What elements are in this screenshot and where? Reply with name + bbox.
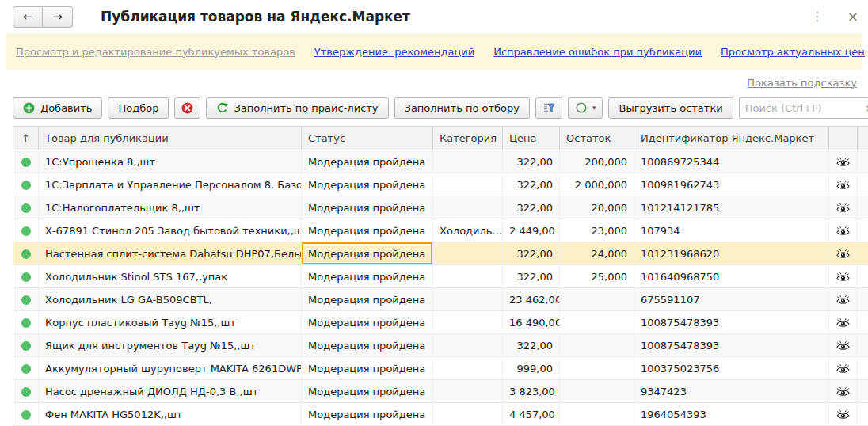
table-row[interactable]: Ящик для инструментов Тауg №15,,шт Модер… <box>13 334 868 357</box>
stock-cell[interactable]: 23,000 <box>560 219 634 242</box>
table-row[interactable]: Холодильник LG GA-B509CBTL, Модерация пр… <box>13 288 868 311</box>
visibility-cell[interactable] <box>829 403 858 426</box>
category-cell[interactable] <box>433 334 503 357</box>
market-id-cell[interactable]: 100869725344 <box>634 150 829 173</box>
table-row[interactable]: Х-67891 Стинол 205 Завод бытовой техники… <box>13 219 868 242</box>
price-cell[interactable]: 4 457,00 <box>503 403 560 426</box>
visibility-cell[interactable] <box>829 380 858 403</box>
delete-button[interactable] <box>174 97 200 119</box>
search-input[interactable] <box>740 102 860 114</box>
status-cell[interactable]: Модерация пройдена <box>302 219 433 242</box>
add-button[interactable]: Добавить <box>13 97 102 119</box>
stock-cell[interactable] <box>560 357 634 380</box>
upload-stock-button[interactable]: Выгрузить остатки <box>608 97 733 119</box>
visibility-cell[interactable] <box>829 288 858 311</box>
status-cell[interactable]: Модерация пройдена <box>302 242 433 265</box>
market-id-cell[interactable]: 107934 <box>634 219 829 242</box>
category-cell[interactable] <box>433 173 503 196</box>
category-cell[interactable] <box>433 403 503 426</box>
header-stock[interactable]: Остаток <box>560 127 634 150</box>
header-market-id[interactable]: Идентификатор Яндекс.Маркет <box>634 127 829 150</box>
status-filter-dropdown[interactable]: ▾ <box>568 97 603 119</box>
table-row[interactable]: Корпус пластиковый Тауg №15,,шт Модераци… <box>13 311 868 334</box>
close-icon[interactable]: × <box>847 10 858 24</box>
visibility-cell[interactable] <box>829 150 858 173</box>
nav-link-view-prices[interactable]: Просмотр актуальных цен <box>721 46 865 58</box>
status-cell[interactable]: Модерация пройдена <box>302 357 433 380</box>
visibility-cell[interactable] <box>829 173 858 196</box>
product-cell[interactable]: Аккумуляторный шуруповерт MAKITA 6261DWP… <box>39 357 302 380</box>
product-cell[interactable]: Настенная сплит-система Dahatsu DHP07,Бе… <box>39 242 302 265</box>
product-cell[interactable]: 1С:Налогоплательщик 8,,шт <box>39 196 302 219</box>
table-row[interactable]: Насос дренажный ДИОЛД НД-0,3 В,,шт Модер… <box>13 380 868 403</box>
visibility-cell[interactable] <box>829 265 858 288</box>
search-clear-icon[interactable]: × <box>860 102 868 114</box>
category-cell[interactable] <box>433 242 503 265</box>
product-cell[interactable]: 1С:Упрощенка 8,,шт <box>39 150 302 173</box>
product-cell[interactable]: 1С:Зарплата и Управление Персоналом 8. Б… <box>39 173 302 196</box>
stock-cell[interactable]: 20,000 <box>560 196 634 219</box>
header-product[interactable]: Товар для публикации <box>39 127 302 150</box>
product-cell[interactable]: Холодильник LG GA-B509CBTL, <box>39 288 302 311</box>
market-id-cell[interactable]: 9347423 <box>634 380 829 403</box>
category-cell[interactable] <box>433 311 503 334</box>
nav-link-view-edit[interactable]: Просмотр и редактирование публикуемых то… <box>16 46 295 58</box>
nav-link-approve-recommendations[interactable]: Утверждение рекомендаций <box>314 46 474 58</box>
status-cell[interactable]: Модерация пройдена <box>302 288 433 311</box>
stock-cell[interactable] <box>560 311 634 334</box>
nav-link-fix-errors[interactable]: Исправление ошибок при публикации <box>493 46 702 58</box>
category-cell[interactable] <box>433 288 503 311</box>
category-cell[interactable] <box>433 265 503 288</box>
table-row[interactable]: Фен MAKITA HG5012K,,шт Модерация пройден… <box>13 403 868 426</box>
market-id-cell[interactable]: 101231968620 <box>634 242 829 265</box>
status-cell[interactable]: Модерация пройдена <box>302 311 433 334</box>
market-id-cell[interactable]: 100875478393 <box>634 334 829 357</box>
price-cell[interactable]: 322,00 <box>503 334 560 357</box>
market-id-cell[interactable]: 100375023756 <box>634 357 829 380</box>
product-cell[interactable]: Холодильник Stinol STS 167,,упак <box>39 265 302 288</box>
table-row[interactable]: 1С:Зарплата и Управление Персоналом 8. Б… <box>13 173 868 196</box>
forward-button[interactable]: → <box>43 6 73 28</box>
visibility-cell[interactable] <box>829 219 858 242</box>
back-button[interactable]: ← <box>13 6 43 28</box>
market-id-cell[interactable]: 100981962743 <box>634 173 829 196</box>
category-cell[interactable] <box>433 357 503 380</box>
market-id-cell[interactable]: 101640968750 <box>634 265 829 288</box>
header-status[interactable]: Статус <box>302 127 433 150</box>
price-cell[interactable]: 322,00 <box>503 173 560 196</box>
status-cell[interactable]: Модерация пройдена <box>302 196 433 219</box>
stock-cell[interactable]: 24,000 <box>560 242 634 265</box>
market-id-cell[interactable]: 100875478393 <box>634 311 829 334</box>
visibility-cell[interactable] <box>829 334 858 357</box>
show-hint-link[interactable]: Показать подсказку <box>747 77 857 89</box>
category-cell[interactable] <box>433 150 503 173</box>
price-cell[interactable]: 2 449,00 <box>503 219 560 242</box>
fill-by-selection-button[interactable]: Заполнить по отбору <box>394 97 530 119</box>
stock-cell[interactable] <box>560 334 634 357</box>
stock-cell[interactable]: 25,000 <box>560 265 634 288</box>
status-cell[interactable]: Модерация пройдена <box>302 173 433 196</box>
header-category[interactable]: Категория <box>433 127 503 150</box>
price-cell[interactable]: 3 823,00 <box>503 380 560 403</box>
product-cell[interactable]: Х-67891 Стинол 205 Завод бытовой техники… <box>39 219 302 242</box>
price-cell[interactable]: 999,00 <box>503 357 560 380</box>
market-id-cell[interactable]: 1964054393 <box>634 403 829 426</box>
table-row[interactable]: Холодильник Stinol STS 167,,упак Модерац… <box>13 265 868 288</box>
fill-by-pricelist-button[interactable]: Заполнить по прайс-листу <box>206 97 388 119</box>
table-row[interactable]: Настенная сплит-система Dahatsu DHP07,Бе… <box>13 242 868 265</box>
status-cell[interactable]: Модерация пройдена <box>302 380 433 403</box>
price-cell[interactable]: 322,00 <box>503 265 560 288</box>
category-cell[interactable] <box>433 196 503 219</box>
visibility-cell[interactable] <box>829 357 858 380</box>
table-row[interactable]: Аккумуляторный шуруповерт MAKITA 6261DWP… <box>13 357 868 380</box>
status-cell[interactable]: Модерация пройдена <box>302 334 433 357</box>
category-cell[interactable] <box>433 380 503 403</box>
pick-button[interactable]: Подбор <box>108 97 169 119</box>
header-sort[interactable]: ↑ <box>13 127 39 150</box>
status-cell[interactable]: Модерация пройдена <box>302 265 433 288</box>
price-cell[interactable]: 16 490,00 <box>503 311 560 334</box>
status-cell[interactable]: Модерация пройдена <box>302 403 433 426</box>
price-cell[interactable]: 322,00 <box>503 150 560 173</box>
category-cell[interactable]: Холодиль... <box>433 219 503 242</box>
window-menu-icon[interactable]: ⋮ <box>811 10 824 23</box>
